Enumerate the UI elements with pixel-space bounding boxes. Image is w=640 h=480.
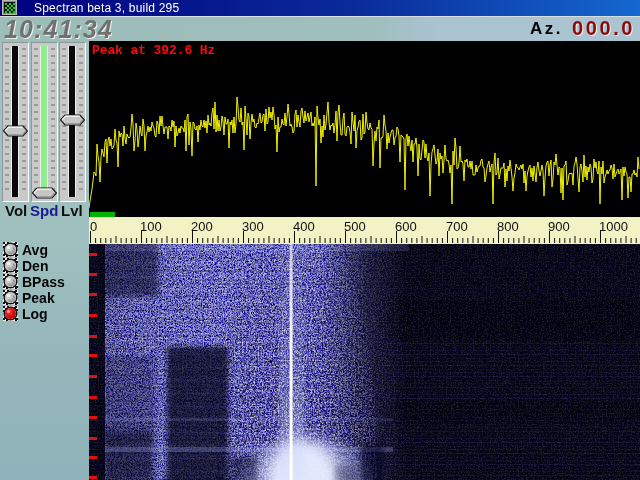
svg-text:100: 100 bbox=[140, 219, 162, 234]
svg-text:600: 600 bbox=[395, 219, 417, 234]
svg-text:500: 500 bbox=[344, 219, 366, 234]
svg-text:300: 300 bbox=[242, 219, 264, 234]
svg-text:700: 700 bbox=[446, 219, 468, 234]
svg-text:800: 800 bbox=[497, 219, 519, 234]
svg-text:1000: 1000 bbox=[599, 219, 628, 234]
svg-text:400: 400 bbox=[293, 219, 315, 234]
svg-text:0: 0 bbox=[90, 219, 97, 234]
svg-text:900: 900 bbox=[548, 219, 570, 234]
svg-text:200: 200 bbox=[191, 219, 213, 234]
